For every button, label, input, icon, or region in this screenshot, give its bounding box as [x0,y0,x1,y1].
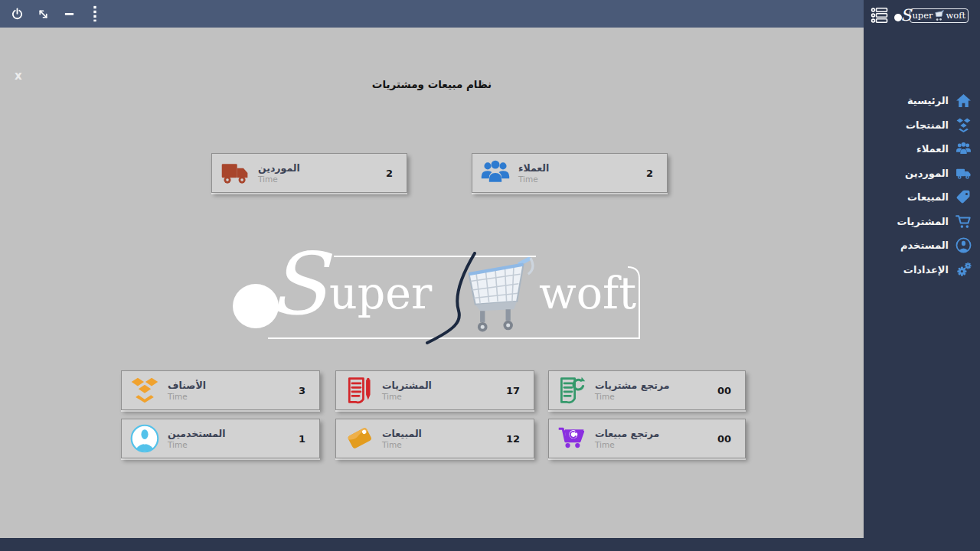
statusbar [0,538,864,551]
sidebar-item-label: المنتجات [906,119,949,131]
price-tag-icon [344,423,374,454]
logo-cart-icon [455,253,537,341]
card-count: 3 [299,385,319,396]
sales-tag-icon [956,189,972,205]
card-title: مرتجع مبيعات [595,428,659,440]
card-text: مرتجع مبيعات Time [595,428,659,449]
card-title: العملاء [518,162,549,174]
sidebar-header: S uper woft [864,0,980,31]
card-subtitle: Time [382,392,432,401]
card-count: 12 [506,433,534,445]
products-box-icon [956,117,972,133]
card-count: 1 [299,433,319,445]
sidebar-item-suppliers[interactable]: الموردين [864,161,980,186]
sidebar-item-label: الموردين [905,168,949,179]
card-count: 17 [506,385,534,396]
more-dots-icon[interactable] [87,6,103,21]
user-circle-icon [129,423,160,454]
logo-text-woft: woft [539,272,636,315]
card-categories[interactable]: الأصناف Time 3 [121,370,320,410]
card-text: الأصناف Time [168,380,206,401]
card-count: 00 [717,385,745,396]
return-cart-icon [557,423,587,454]
sidebar-item-label: المستخدم [900,240,949,251]
sidebar-item-customers[interactable]: العملاء [864,137,980,161]
card-text: المبيعات Time [382,428,422,449]
superwoft-mini-logo: S uper woft [894,8,969,24]
card-title: المبيعات [382,428,422,440]
truck-icon [220,158,250,188]
card-subtitle: Time [518,174,549,184]
card-subtitle: Time [595,440,659,449]
card-title: المشتريات [382,380,432,392]
card-text: المستخدمين Time [168,428,226,449]
card-title: الموردين [258,162,300,174]
sidebar-item-settings[interactable]: الإعدادات [864,258,980,282]
sidebar-item-label: المشتريات [897,216,949,227]
card-count: 2 [646,168,667,179]
card-title: الأصناف [168,380,206,392]
sidebar-item-products[interactable]: المنتجات [864,113,980,138]
sidebar-item-user[interactable]: المستخدم [864,233,980,258]
page-title: نظام مبيعات ومشتريات [0,78,864,90]
sidebar-item-sales[interactable]: المبيعات [864,185,980,210]
suppliers-truck-icon [956,165,972,181]
card-subtitle: Time [168,392,206,401]
card-purchases[interactable]: المشتريات Time 17 [335,370,534,410]
sidebar: S uper woft الرئيسية المنتجات [864,0,980,551]
card-subtitle: Time [168,440,226,449]
mini-logo-frame: uper woft [910,8,969,23]
card-suppliers[interactable]: الموردين Time 2 [211,153,407,193]
card-text: المشتريات Time [382,380,432,401]
sidebar-item-home[interactable]: الرئيسية [864,89,980,113]
card-subtitle: Time [382,440,422,449]
user-circle-icon [956,237,972,253]
return-document-icon [557,375,587,406]
main-panel: x نظام مبيعات ومشتريات الموردين Time 2 ا… [0,28,864,538]
invoice-pen-icon [344,375,374,406]
logo-text-uper: uper [329,272,432,315]
sidebar-item-label: الإعدادات [903,264,949,276]
sidebar-item-purchases[interactable]: المشتريات [864,210,980,234]
titlebar [0,0,864,28]
minimize-icon[interactable] [61,6,77,21]
sidebar-item-label: المبيعات [907,191,949,203]
card-subtitle: Time [595,392,669,401]
box-diamonds-icon [129,375,160,406]
app-window: x نظام مبيعات ومشتريات الموردين Time 2 ا… [0,0,980,551]
sidebar-nav: الرئيسية المنتجات العملاء الموردين المبي… [864,89,980,282]
settings-gears-icon [956,262,972,278]
card-count: 00 [717,433,745,445]
mini-logo-text-woft: woft [946,10,965,21]
resize-icon[interactable] [35,6,51,21]
sidebar-item-label: الرئيسية [907,95,949,106]
customers-group-icon [480,158,511,188]
card-count: 2 [386,168,407,179]
card-customers[interactable]: العملاء Time 2 [472,153,668,193]
customers-group-icon [956,141,972,157]
mini-logo-text-uper: uper [912,10,933,21]
card-title: المستخدمين [168,428,226,440]
card-subtitle: Time [258,174,300,184]
mini-cart-icon [933,10,945,21]
card-sales[interactable]: المبيعات Time 12 [335,419,534,458]
purchases-cart-icon [956,214,972,230]
list-menu-icon[interactable] [871,7,889,24]
logo-letter-s: S [268,241,327,327]
card-sales-returns[interactable]: مرتجع مبيعات Time 00 [548,419,746,458]
card-text: العملاء Time [518,162,549,184]
card-purchase-returns[interactable]: مرتجع مشتريات Time 00 [548,370,746,410]
power-icon[interactable] [9,6,24,21]
card-text: الموردين Time [258,162,300,184]
card-title: مرتجع مشتريات [595,380,669,392]
superwoft-logo: S uper woft [228,252,645,350]
sidebar-item-label: العملاء [916,143,949,155]
home-icon [956,93,972,109]
card-text: مرتجع مشتريات Time [595,380,669,401]
card-users[interactable]: المستخدمين Time 1 [121,419,320,458]
